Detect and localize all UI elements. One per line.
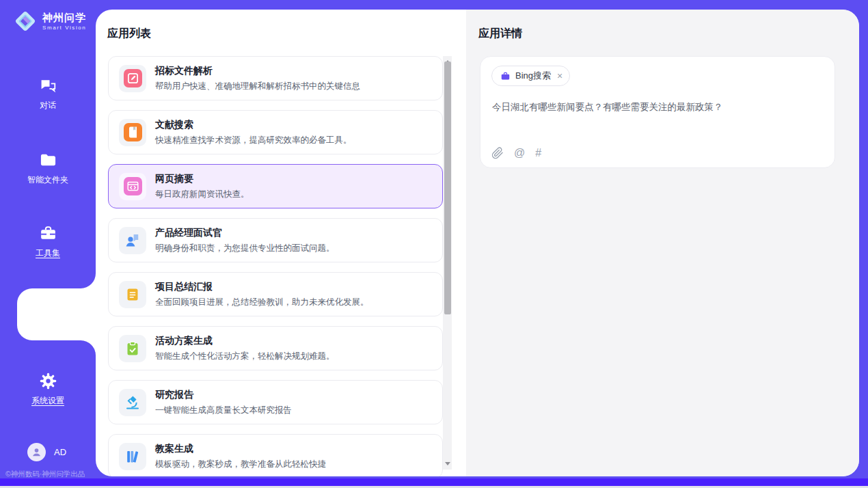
note-icon <box>124 286 141 303</box>
app-list-panel: 应用列表 招标文件解析 帮助用户快速、准确地理解和解析招标书中的关键信息 文献搜… <box>96 10 466 476</box>
app-name: 活动方案生成 <box>155 335 335 347</box>
app-name: 研究报告 <box>155 389 292 401</box>
app-name: 文献搜索 <box>155 119 352 131</box>
app-list-item[interactable]: 活动方案生成 智能生成个性化活动方案，轻松解决规划难题。 <box>108 326 443 370</box>
interviewer-icon <box>124 232 141 249</box>
sidebar: 神州问学 Smart Vision 对话 智能文件夹 工具集 应用市场 系统设置… <box>0 0 96 478</box>
app-list-item[interactable]: 研究报告 一键智能生成高质量长文本研究报告 <box>108 380 443 424</box>
app-list: 招标文件解析 帮助用户快速、准确地理解和解析招标书中的关键信息 文献搜索 快速精… <box>108 56 443 476</box>
app-logo: 神州问学 Smart Vision <box>12 8 86 34</box>
sidebar-item-system-settings[interactable]: 系统设置 <box>0 372 96 407</box>
app-name: 教案生成 <box>155 443 326 455</box>
app-icon-tile <box>119 119 146 146</box>
app-icon-tile <box>119 227 146 254</box>
app-name: 网页摘要 <box>155 173 249 185</box>
app-icon-tile <box>119 281 146 308</box>
book-icon <box>124 123 142 141</box>
app-name: 招标文件解析 <box>155 65 360 77</box>
app-description: 全面回顾项目进展，总结经验教训，助力未来优化发展。 <box>155 297 369 308</box>
chat-icon <box>39 77 57 95</box>
app-description: 明确身份和职责，为您提供专业性的面试问题。 <box>155 243 335 254</box>
sidebar-item-app-market[interactable]: 应用市场 <box>0 288 96 340</box>
toolbox-icon <box>39 224 57 243</box>
composer-toolbar: @# <box>491 147 541 159</box>
copyright-footer: ©神州数码·神州问学出品 <box>5 470 85 479</box>
app-detail-title: 应用详情 <box>478 27 522 41</box>
logo-title: 神州问学 <box>42 12 86 23</box>
scrollbar-thumb[interactable] <box>444 62 451 314</box>
scroll-down-icon[interactable] <box>443 459 452 468</box>
sidebar-item-chat[interactable]: 对话 <box>0 77 96 111</box>
app-icon-tile <box>119 443 146 470</box>
logo-subtitle: Smart Vision <box>42 25 86 31</box>
sidebar-item-toolset[interactable]: 工具集 <box>0 224 96 259</box>
app-description: 模板驱动，教案秒成，教学准备从此轻松快捷 <box>155 459 326 470</box>
user-menu[interactable]: AD <box>27 443 66 461</box>
app-list-title: 应用列表 <box>107 27 151 41</box>
app-description: 快速精准查找学术资源，提高研究效率的必备工具。 <box>155 135 352 146</box>
close-icon[interactable]: × <box>557 70 562 81</box>
app-list-item[interactable]: 网页摘要 每日政府新闻资讯快查。 <box>108 164 443 208</box>
app-name: 产品经理面试官 <box>155 227 335 239</box>
app-list-item[interactable]: 招标文件解析 帮助用户快速、准确地理解和解析招标书中的关键信息 <box>108 56 443 100</box>
user-avatar-icon <box>31 446 42 458</box>
app-description: 每日政府新闻资讯快查。 <box>155 189 249 200</box>
app-name: 项目总结汇报 <box>155 281 369 293</box>
tool-tag-label: Bing搜索 <box>515 70 551 82</box>
clipboard-check-icon <box>124 340 141 357</box>
composer-card: Bing搜索 × 今日湖北有哪些新闻要点？有哪些需要关注的最新政策？ @# <box>480 56 835 168</box>
microscope-icon <box>124 394 141 411</box>
main-panel: 应用列表 招标文件解析 帮助用户快速、准确地理解和解析招标书中的关键信息 文献搜… <box>96 10 859 476</box>
at-icon[interactable]: @ <box>514 147 525 159</box>
app-description: 一键智能生成高质量长文本研究报告 <box>155 405 292 416</box>
app-icon-tile <box>119 389 146 416</box>
browser-code-icon <box>124 177 142 195</box>
app-list-item[interactable]: 项目总结汇报 全面回顾项目进展，总结经验教训，助力未来优化发展。 <box>108 272 443 316</box>
app-description: 帮助用户快速、准确地理解和解析招标书中的关键信息 <box>155 81 360 92</box>
books-icon <box>124 448 141 465</box>
cube-icon <box>38 297 57 316</box>
sidebar-item-smart-folder[interactable]: 智能文件夹 <box>0 151 96 186</box>
folder-icon <box>39 151 57 170</box>
scrollbar[interactable] <box>443 56 452 470</box>
app-description: 智能生成个性化活动方案，轻松解决规划难题。 <box>155 351 335 362</box>
hash-icon[interactable]: # <box>535 147 541 159</box>
pen-square-icon <box>124 69 142 87</box>
app-icon-tile <box>119 173 146 200</box>
gear-icon <box>39 372 57 390</box>
paperclip-icon[interactable] <box>491 147 504 159</box>
user-name: AD <box>54 447 66 457</box>
app-icon-tile <box>119 335 146 362</box>
bottom-accent-bar <box>0 478 868 486</box>
app-list-item[interactable]: 产品经理面试官 明确身份和职责，为您提供专业性的面试问题。 <box>108 218 443 262</box>
tab-fillet-top <box>81 273 96 288</box>
tab-fillet-bottom <box>81 340 96 355</box>
diamond-logo-icon <box>12 8 38 34</box>
briefcase-icon <box>500 71 511 81</box>
app-list-item[interactable]: 教案生成 模板驱动，教案秒成，教学准备从此轻松快捷 <box>108 434 443 476</box>
tool-tag-bing[interactable]: Bing搜索 × <box>491 66 570 86</box>
app-list-item[interactable]: 文献搜索 快速精准查找学术资源，提高研究效率的必备工具。 <box>108 110 443 154</box>
prompt-input[interactable]: 今日湖北有哪些新闻要点？有哪些需要关注的最新政策？ <box>492 100 824 114</box>
app-detail-panel: 应用详情 Bing搜索 × 今日湖北有哪些新闻要点？有哪些需要关注的最新政策？ … <box>466 10 859 476</box>
avatar <box>27 443 46 461</box>
app-icon-tile <box>119 65 146 92</box>
